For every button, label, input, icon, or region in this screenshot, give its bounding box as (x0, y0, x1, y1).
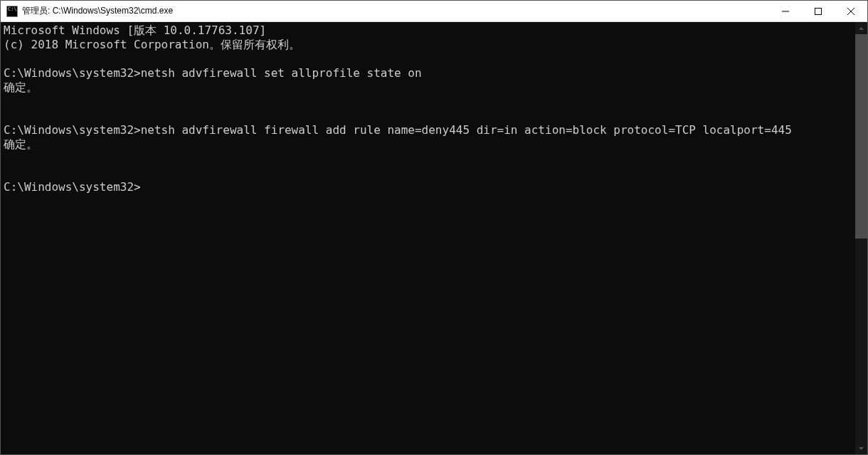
minimize-button[interactable] (769, 1, 802, 21)
minimize-icon (782, 8, 789, 15)
console-prompt: C:\Windows\system32> (4, 123, 141, 137)
console-line: (c) 2018 Microsoft Corporation。保留所有权利。 (4, 38, 300, 51)
console-area: Microsoft Windows [版本 10.0.17763.107] (c… (1, 22, 867, 454)
console-prompt: C:\Windows\system32> (4, 66, 141, 80)
chevron-up-icon (859, 27, 864, 30)
svg-marker-5 (859, 447, 864, 450)
close-button[interactable] (835, 1, 867, 21)
maximize-button[interactable] (802, 1, 835, 21)
console-line: Microsoft Windows [版本 10.0.17763.107] (4, 23, 266, 37)
close-icon (847, 8, 854, 15)
scroll-thumb[interactable] (855, 34, 867, 239)
cmd-icon (6, 6, 18, 17)
titlebar[interactable]: 管理员: C:\Windows\System32\cmd.exe (1, 1, 867, 22)
console-command: netsh advfirewall set allprofile state o… (141, 66, 422, 80)
scroll-up-button[interactable] (855, 22, 867, 34)
chevron-down-icon (859, 447, 864, 450)
svg-marker-4 (859, 27, 864, 30)
console-result: 确定。 (4, 137, 38, 151)
vertical-scrollbar[interactable] (855, 22, 867, 454)
window-title: 管理员: C:\Windows\System32\cmd.exe (22, 5, 769, 17)
scroll-down-button[interactable] (855, 442, 867, 454)
maximize-icon (815, 8, 822, 15)
console-output[interactable]: Microsoft Windows [版本 10.0.17763.107] (c… (1, 22, 855, 454)
scroll-track[interactable] (855, 34, 867, 442)
svg-rect-1 (815, 8, 822, 14)
console-prompt: C:\Windows\system32> (4, 180, 141, 194)
window-controls (769, 1, 867, 21)
console-result: 确定。 (4, 80, 38, 94)
console-command: netsh advfirewall firewall add rule name… (141, 123, 792, 137)
cmd-window: 管理员: C:\Windows\System32\cmd.exe Microso… (0, 0, 868, 455)
